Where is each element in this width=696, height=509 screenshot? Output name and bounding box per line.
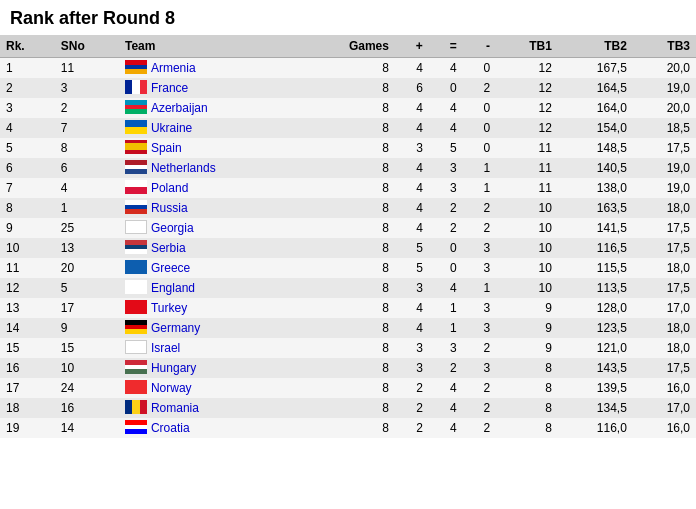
- sno-cell: 1: [55, 198, 119, 218]
- team-cell: France: [119, 78, 302, 98]
- eq-cell: 3: [429, 338, 463, 358]
- eq-cell: 2: [429, 358, 463, 378]
- table-row: 19 14 Croatia 8 2 4 2 8 116,0 16,0: [0, 418, 696, 438]
- team-cell: Hungary: [119, 358, 302, 378]
- tb2-cell: 115,5: [558, 258, 633, 278]
- tb3-cell: 16,0: [633, 418, 696, 438]
- rank-cell: 3: [0, 98, 55, 118]
- sno-cell: 2: [55, 98, 119, 118]
- table-row: 2 3 France 8 6 0 2 12 164,5 19,0: [0, 78, 696, 98]
- table-row: 13 17 Turkey 8 4 1 3 9 128,0 17,0: [0, 298, 696, 318]
- team-name: Romania: [151, 401, 199, 415]
- games-cell: 8: [302, 278, 395, 298]
- col-tb3: TB3: [633, 35, 696, 58]
- eq-cell: 4: [429, 118, 463, 138]
- table-row: 1 11 Armenia 8 4 4 0 12 167,5 20,0: [0, 58, 696, 79]
- tb2-cell: 116,5: [558, 238, 633, 258]
- eq-cell: 5: [429, 138, 463, 158]
- plus-cell: 4: [395, 118, 429, 138]
- rank-cell: 14: [0, 318, 55, 338]
- tb3-cell: 17,5: [633, 358, 696, 378]
- tb2-cell: 139,5: [558, 378, 633, 398]
- plus-cell: 3: [395, 358, 429, 378]
- table-row: 9 25 Georgia 8 4 2 2 10 141,5 17,5: [0, 218, 696, 238]
- games-cell: 8: [302, 378, 395, 398]
- rank-cell: 18: [0, 398, 55, 418]
- tb2-cell: 143,5: [558, 358, 633, 378]
- sno-cell: 10: [55, 358, 119, 378]
- sno-cell: 17: [55, 298, 119, 318]
- team-name: Ukraine: [151, 121, 192, 135]
- plus-cell: 2: [395, 378, 429, 398]
- rank-cell: 10: [0, 238, 55, 258]
- team-name: France: [151, 81, 188, 95]
- tb2-cell: 164,5: [558, 78, 633, 98]
- table-row: 5 8 Spain 8 3 5 0 11 148,5 17,5: [0, 138, 696, 158]
- col-rank: Rk.: [0, 35, 55, 58]
- table-row: 18 16 Romania 8 2 4 2 8 134,5 17,0: [0, 398, 696, 418]
- tb2-cell: 113,5: [558, 278, 633, 298]
- minus-cell: 2: [463, 418, 496, 438]
- eq-cell: 1: [429, 318, 463, 338]
- hungary-flag-icon: [125, 360, 147, 374]
- team-cell: Norway: [119, 378, 302, 398]
- tb2-cell: 141,5: [558, 218, 633, 238]
- tb1-cell: 10: [496, 238, 558, 258]
- team-cell: Romania: [119, 398, 302, 418]
- games-cell: 8: [302, 58, 395, 79]
- eq-cell: 4: [429, 58, 463, 79]
- rank-cell: 8: [0, 198, 55, 218]
- greece-flag-icon: [125, 260, 147, 274]
- table-header: Rk. SNo Team Games + = - TB1 TB2 TB3: [0, 35, 696, 58]
- table-row: 3 2 Azerbaijan 8 4 4 0 12 164,0 20,0: [0, 98, 696, 118]
- poland-flag-icon: [125, 180, 147, 194]
- team-cell: Croatia: [119, 418, 302, 438]
- tb2-cell: 164,0: [558, 98, 633, 118]
- tb1-cell: 9: [496, 318, 558, 338]
- sno-cell: 5: [55, 278, 119, 298]
- games-cell: 8: [302, 398, 395, 418]
- tb2-cell: 154,0: [558, 118, 633, 138]
- netherlands-flag-icon: [125, 160, 147, 174]
- tb2-cell: 123,5: [558, 318, 633, 338]
- games-cell: 8: [302, 138, 395, 158]
- plus-cell: 3: [395, 338, 429, 358]
- team-cell: Ukraine: [119, 118, 302, 138]
- tb1-cell: 11: [496, 158, 558, 178]
- minus-cell: 1: [463, 178, 496, 198]
- table-body: 1 11 Armenia 8 4 4 0 12 167,5 20,0 2 3 F…: [0, 58, 696, 439]
- sno-cell: 11: [55, 58, 119, 79]
- sno-cell: 9: [55, 318, 119, 338]
- table-row: 10 13 Serbia 8 5 0 3 10 116,5 17,5: [0, 238, 696, 258]
- tb3-cell: 19,0: [633, 158, 696, 178]
- games-cell: 8: [302, 98, 395, 118]
- games-cell: 8: [302, 318, 395, 338]
- team-name: Hungary: [151, 361, 196, 375]
- rank-cell: 7: [0, 178, 55, 198]
- tb1-cell: 9: [496, 298, 558, 318]
- sno-cell: 6: [55, 158, 119, 178]
- sno-cell: 14: [55, 418, 119, 438]
- tb3-cell: 18,0: [633, 338, 696, 358]
- minus-cell: 1: [463, 158, 496, 178]
- rankings-table: Rk. SNo Team Games + = - TB1 TB2 TB3 1 1…: [0, 35, 696, 438]
- minus-cell: 3: [463, 238, 496, 258]
- team-cell: Netherlands: [119, 158, 302, 178]
- georgia-flag-icon: [125, 220, 147, 234]
- team-cell: England: [119, 278, 302, 298]
- tb1-cell: 10: [496, 218, 558, 238]
- minus-cell: 3: [463, 358, 496, 378]
- team-name: Azerbaijan: [151, 101, 208, 115]
- minus-cell: 0: [463, 98, 496, 118]
- eq-cell: 4: [429, 278, 463, 298]
- eq-cell: 0: [429, 78, 463, 98]
- tb2-cell: 138,0: [558, 178, 633, 198]
- team-cell: Serbia: [119, 238, 302, 258]
- sno-cell: 4: [55, 178, 119, 198]
- israel-flag-icon: [125, 340, 147, 354]
- rank-cell: 11: [0, 258, 55, 278]
- col-games: Games: [302, 35, 395, 58]
- minus-cell: 0: [463, 58, 496, 79]
- armenia-flag-icon: [125, 60, 147, 74]
- minus-cell: 2: [463, 398, 496, 418]
